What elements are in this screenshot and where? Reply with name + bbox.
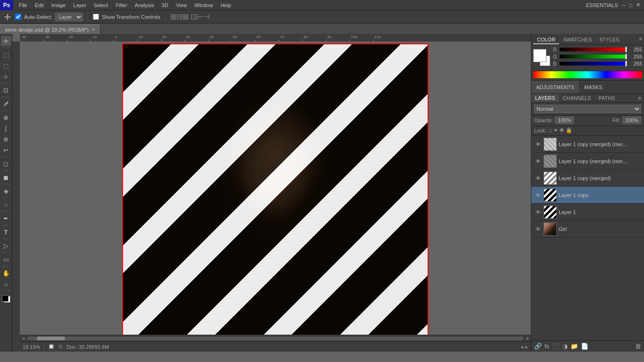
status-bar: 19.15% 🔲 ⊟ Doc: 30.2M/92.6M ◂ ▸ <box>20 341 531 352</box>
layer-effects-icon[interactable]: fx <box>545 343 549 350</box>
document-tab[interactable]: sieve design.psd @ 19.2% (RGB/8*) ✕ <box>0 25 100 34</box>
layer-item[interactable]: 👁 Layer 1 copy (merged) <box>531 170 644 187</box>
fg-bg-colors[interactable] <box>1 294 11 304</box>
menu-edit[interactable]: Edit <box>31 0 48 10</box>
tab-adjustments[interactable]: ADJUSTMENTS <box>531 81 579 93</box>
menu-help[interactable]: Help <box>217 0 235 10</box>
b-slider[interactable] <box>560 62 627 66</box>
delete-layer-icon[interactable]: 🗑 <box>635 343 641 350</box>
tab-channels[interactable]: CHANNELS <box>559 94 595 102</box>
menu-image[interactable]: Image <box>48 0 70 10</box>
g-thumb[interactable] <box>625 54 627 59</box>
clone-stamp-tool[interactable]: ⊛ <box>1 134 11 144</box>
scroll-thumb[interactable] <box>37 337 65 340</box>
options-bar: Auto-Select: Layer Group Show Transform … <box>0 10 644 24</box>
window-minimize[interactable]: ─ <box>622 2 626 8</box>
layers-panel-options[interactable]: ≡ <box>636 94 644 102</box>
tab-color[interactable]: COLOR <box>533 36 559 44</box>
magic-wand-tool[interactable]: ⊹ <box>1 71 11 82</box>
scroll-bottom-right[interactable]: ▸ <box>525 344 528 350</box>
heal-tool[interactable]: ⊕ <box>1 112 11 123</box>
auto-select-dropdown[interactable]: Layer Group <box>55 13 83 21</box>
layer-visibility-toggle[interactable]: 👁 <box>534 191 542 199</box>
window-close[interactable]: ✕ <box>636 2 640 8</box>
layer-item[interactable]: 👁 Layer 1 copy (merged) (mer... <box>531 153 644 170</box>
layer-visibility-toggle[interactable]: 👁 <box>534 157 542 165</box>
document-canvas[interactable] <box>122 43 429 339</box>
menu-window[interactable]: Window <box>191 0 217 10</box>
adjustment-layer-icon[interactable]: ◑ <box>562 343 568 350</box>
tab-swatches[interactable]: SWATCHES <box>559 36 595 44</box>
hand-tool[interactable]: ✋ <box>1 268 11 278</box>
lock-image-icon[interactable]: ✦ <box>553 127 558 133</box>
tab-close-button[interactable]: ✕ <box>91 27 95 32</box>
layer-item-active[interactable]: 👁 Layer 1 copy <box>531 187 644 204</box>
layer-visibility-toggle[interactable]: 👁 <box>534 140 542 148</box>
b-thumb[interactable] <box>625 61 627 66</box>
scroll-left-arrow[interactable]: ◂ <box>20 335 26 342</box>
dodge-tool[interactable]: ○ <box>1 199 11 210</box>
g-slider[interactable] <box>560 55 627 58</box>
eyedropper-tool[interactable] <box>1 99 11 109</box>
fg-bg-swatches[interactable] <box>533 49 550 66</box>
horizontal-scrollbar[interactable]: ◂ ▸ <box>20 335 531 341</box>
add-mask-icon[interactable]: ⬛ <box>552 343 560 350</box>
scroll-right-arrow[interactable]: ▸ <box>524 335 531 342</box>
type-tool[interactable]: T <box>1 227 11 237</box>
scroll-bottom-left[interactable]: ◂ <box>520 344 523 350</box>
layer-item-girl[interactable]: 👁 Girl <box>531 221 644 238</box>
tab-paths[interactable]: PATHS <box>595 94 619 102</box>
rectangular-marquee-tool[interactable]: ⬚ <box>1 49 11 60</box>
menu-filter[interactable]: Filter <box>112 0 131 10</box>
r-thumb[interactable] <box>625 47 627 52</box>
color-panel-options[interactable]: ≡ <box>639 36 642 44</box>
color-spectrum[interactable] <box>533 71 642 78</box>
layer-item[interactable]: 👁 Layer 1 copy (merged) (mer... <box>531 136 644 153</box>
layer-visibility-toggle[interactable]: 👁 <box>534 174 542 182</box>
move-tool-button[interactable]: ✛ <box>1 36 11 46</box>
layer-item[interactable]: 👁 Layer 1 <box>531 204 644 221</box>
lock-position-icon[interactable]: ✥ <box>560 127 564 133</box>
lock-transparent-icon[interactable]: □ <box>548 128 552 133</box>
svg-text:0: 0 <box>115 35 117 39</box>
portrait-layer <box>123 44 428 338</box>
new-group-icon[interactable]: 📁 <box>570 343 578 350</box>
link-layers-icon[interactable]: 🔗 <box>534 343 542 350</box>
lasso-tool[interactable]: ◌ <box>1 60 11 71</box>
tab-styles[interactable]: STYLES <box>595 36 623 44</box>
fg-swatch[interactable] <box>533 49 546 62</box>
path-selection-tool[interactable]: ▷ <box>1 240 11 251</box>
canvas-wrapper[interactable] <box>20 41 531 341</box>
menu-file[interactable]: File <box>15 0 31 10</box>
fill-input[interactable] <box>622 116 641 124</box>
menu-layer[interactable]: Layer <box>69 0 90 10</box>
menu-view[interactable]: View <box>172 0 191 10</box>
window-maximize[interactable]: □ <box>629 2 632 8</box>
blend-mode-dropdown[interactable]: Normal Multiply Screen Overlay <box>534 105 641 113</box>
auto-select-checkbox[interactable] <box>15 14 21 20</box>
gradient-tool[interactable]: ◼ <box>1 172 11 182</box>
shape-tool[interactable]: ▭ <box>1 254 11 264</box>
blur-tool[interactable]: ◈ <box>1 186 11 196</box>
menu-analysis[interactable]: Analysis <box>131 0 158 10</box>
tab-layers[interactable]: LAYERS <box>531 94 559 102</box>
foreground-color[interactable] <box>2 295 8 302</box>
eraser-tool[interactable]: ◻ <box>1 158 11 169</box>
menu-3d[interactable]: 3D <box>158 0 172 10</box>
crop-tool[interactable]: ⊡ <box>1 85 11 95</box>
pen-tool[interactable]: ✒ <box>1 213 11 223</box>
r-slider[interactable] <box>560 48 627 51</box>
layer-visibility-toggle[interactable]: 👁 <box>534 225 542 233</box>
new-layer-icon[interactable]: 📄 <box>581 343 588 350</box>
tab-masks[interactable]: MASKS <box>579 81 608 93</box>
scroll-track[interactable] <box>27 337 523 340</box>
brush-tool[interactable]: ∫ <box>1 123 11 133</box>
layer-visibility-toggle[interactable]: 👁 <box>534 208 542 216</box>
fill-label: Fill: <box>612 117 620 123</box>
zoom-tool[interactable]: ⌕ <box>1 279 11 289</box>
opacity-input[interactable] <box>555 116 574 124</box>
menu-select[interactable]: Select <box>90 0 112 10</box>
show-transform-checkbox[interactable] <box>93 14 99 20</box>
history-brush-tool[interactable]: ↩ <box>1 145 11 155</box>
lock-all-icon[interactable]: 🔒 <box>566 127 572 133</box>
